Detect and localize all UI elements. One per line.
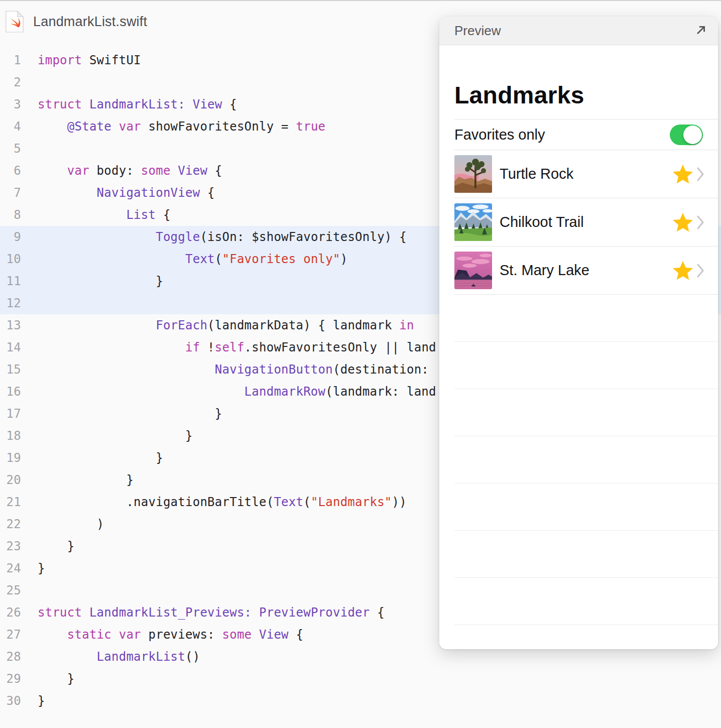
- line-number: 27: [0, 624, 21, 646]
- line-number: 11: [0, 270, 21, 292]
- line-number: 22: [0, 513, 21, 535]
- code-text: NavigationButton(destination:: [21, 358, 429, 381]
- code-text: }: [21, 447, 163, 469]
- line-number: 17: [0, 403, 21, 425]
- empty-rows: [439, 295, 718, 625]
- code-line[interactable]: 29 }: [0, 668, 721, 690]
- landmark-row[interactable]: Chilkoot Trail: [454, 198, 718, 247]
- line-number: 3: [0, 93, 21, 115]
- empty-list-row: [454, 342, 718, 389]
- code-text: }: [21, 425, 193, 447]
- code-text: ): [21, 513, 104, 535]
- line-number: 18: [0, 425, 21, 447]
- line-number: 24: [0, 557, 21, 579]
- toggle-knob: [683, 126, 702, 144]
- landmark-name: Chilkoot Trail: [500, 214, 672, 230]
- chevron-right-icon: [697, 263, 704, 278]
- preview-panel-header: Preview: [439, 17, 718, 45]
- preview-title: Preview: [454, 23, 501, 39]
- landmark-list: Favorites only: [439, 119, 718, 625]
- code-text: Text("Favorites only"): [21, 248, 347, 270]
- code-text: List {: [21, 204, 171, 226]
- code-text: @State var showFavoritesOnly = true: [21, 115, 325, 138]
- favorite-star-icon: [672, 261, 693, 281]
- code-text: import SwiftUI: [21, 49, 141, 71]
- empty-list-row: [454, 389, 718, 436]
- code-text: }: [21, 668, 75, 690]
- code-text: [21, 71, 38, 93]
- code-line[interactable]: 30}: [0, 690, 721, 712]
- code-text: LandmarkRow(landmark: land: [21, 381, 436, 403]
- code-text: struct LandmarkList: View {: [21, 93, 237, 115]
- code-text: NavigationView {: [21, 182, 215, 204]
- line-number: 16: [0, 381, 21, 403]
- empty-list-row: [454, 295, 718, 342]
- code-text: }: [21, 403, 222, 425]
- landmark-name: Turtle Rock: [500, 166, 672, 182]
- line-number: 8: [0, 204, 21, 226]
- code-text: [21, 579, 38, 601]
- code-text: }: [21, 535, 75, 557]
- chevron-right-icon: [697, 167, 704, 182]
- favorites-only-row[interactable]: Favorites only: [454, 119, 718, 150]
- landmark-row[interactable]: St. Mary Lake: [454, 247, 718, 295]
- line-number: 28: [0, 646, 21, 668]
- line-number: 21: [0, 491, 21, 513]
- favorite-star-icon: [672, 164, 693, 184]
- code-text: [21, 138, 38, 160]
- code-text: [21, 292, 38, 314]
- line-number: 20: [0, 469, 21, 491]
- turtle-rock-thumbnail: [454, 155, 492, 193]
- line-number: 5: [0, 138, 21, 160]
- line-number: 26: [0, 601, 21, 624]
- landmark-row[interactable]: Turtle Rock: [454, 150, 718, 198]
- line-number: 12: [0, 292, 21, 314]
- st-mary-lake-thumbnail: [454, 252, 492, 289]
- code-text: }: [21, 469, 134, 491]
- swift-file-icon: [5, 10, 24, 34]
- line-number: 25: [0, 579, 21, 601]
- line-number: 6: [0, 160, 21, 182]
- empty-list-row: [454, 436, 718, 483]
- code-text: Toggle(isOn: $showFavoritesOnly) {: [21, 226, 407, 248]
- line-number: 23: [0, 535, 21, 557]
- favorites-only-label: Favorites only: [454, 127, 545, 143]
- code-text: LandmarkList(): [21, 646, 200, 668]
- line-number: 10: [0, 248, 21, 270]
- line-number: 19: [0, 447, 21, 469]
- favorite-star-icon: [672, 212, 693, 232]
- line-number: 29: [0, 668, 21, 690]
- chilkoot-trail-thumbnail: [454, 203, 492, 241]
- expand-preview-button[interactable]: [693, 23, 708, 38]
- line-number: 9: [0, 226, 21, 248]
- line-number: 13: [0, 314, 21, 336]
- code-text: ForEach(landmarkData) { landmark in: [21, 314, 414, 336]
- code-text: if !self.showFavoritesOnly || land: [21, 336, 436, 358]
- code-text: struct LandmarkList_Previews: PreviewPro…: [21, 601, 385, 624]
- empty-list-row: [454, 578, 718, 625]
- line-number: 14: [0, 336, 21, 358]
- code-text: }: [21, 270, 163, 292]
- code-text: }: [21, 690, 45, 712]
- preview-canvas: Landmarks Favorites only: [439, 45, 718, 649]
- preview-panel: Preview Landmarks Favorites only: [439, 17, 718, 649]
- code-text: static var previews: some View {: [21, 624, 303, 646]
- landmark-name: St. Mary Lake: [500, 262, 672, 279]
- line-number: 30: [0, 690, 21, 712]
- empty-list-row: [454, 483, 718, 531]
- favorites-only-toggle[interactable]: [670, 125, 703, 145]
- arrow-up-right-icon: [694, 24, 707, 37]
- line-number: 7: [0, 182, 21, 204]
- preview-nav-title: Landmarks: [454, 81, 584, 109]
- empty-list-row: [454, 531, 718, 578]
- code-text: .navigationBarTitle(Text("Landmarks")): [21, 491, 407, 513]
- line-number: 2: [0, 71, 21, 93]
- code-text: var body: some View {: [21, 160, 222, 182]
- code-text: }: [21, 557, 45, 579]
- line-number: 4: [0, 115, 21, 138]
- line-number: 1: [0, 49, 21, 71]
- editor-header: LandmarkList.swift: [5, 9, 147, 34]
- line-number: 15: [0, 358, 21, 381]
- chevron-right-icon: [697, 215, 704, 230]
- file-name: LandmarkList.swift: [33, 14, 147, 30]
